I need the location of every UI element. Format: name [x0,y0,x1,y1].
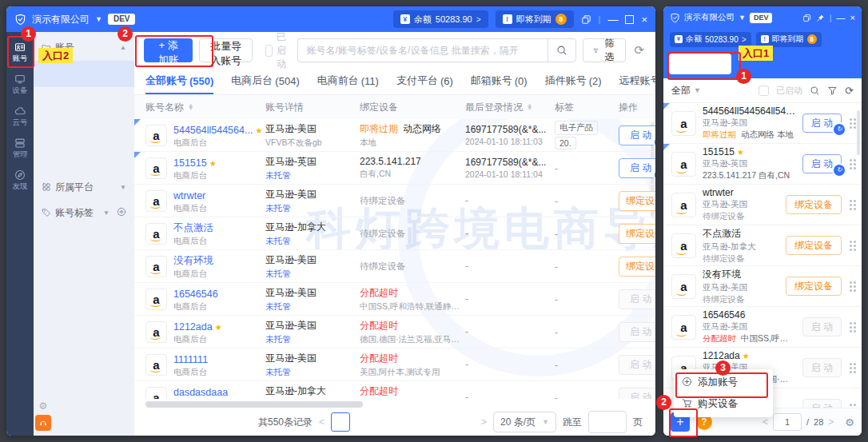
page-number[interactable] [353,412,371,430]
minimize-button[interactable]: — [837,14,846,22]
star-icon[interactable]: ★ [209,159,217,168]
more-actions-icon[interactable] [850,363,852,365]
pin-icon[interactable] [816,14,825,22]
list-item[interactable]: a 没有环境★ 亚马逊-美国 待绑定设备 绑定设备 [663,266,862,307]
account-name-link[interactable]: wtrwter [173,190,205,201]
row-action-button[interactable]: 绑定设备 [786,236,842,255]
account-name-link[interactable]: 没有环境 [173,255,213,266]
page-number[interactable] [395,412,412,430]
page-number[interactable] [374,412,392,430]
started-filter-checkbox[interactable] [759,86,769,96]
list-item[interactable]: a 544564ll544564ll54...★ 亚马逊-美国 即将过期动态网络… [663,103,862,144]
prev-page-button[interactable]: < [762,416,768,428]
account-name-link[interactable]: dasdasdaaa [173,387,228,398]
table-row[interactable]: a 不点激活★ 电商后台 亚马逊-加拿大 未托管 待绑定设备 - - 绑定设备 [134,217,655,250]
current-page-input[interactable]: 1 [773,413,802,431]
row-action-button[interactable]: 绑定设备 [786,195,842,214]
close-button[interactable]: × [641,14,647,25]
next-page-button[interactable]: > [828,416,834,428]
sidebar-item[interactable] [34,113,134,140]
account-type-tab[interactable]: 插件账号 (2) [545,69,602,94]
search-input[interactable] [297,38,547,62]
more-actions-icon[interactable] [850,118,852,121]
batch-import-button[interactable]: 批量导入账号 [199,38,253,62]
account-name-link[interactable]: 1212ada [173,321,213,332]
account-type-tab[interactable]: 电商前台 (11) [317,69,379,94]
page-size-select[interactable]: 20 条/页 ▼ [493,412,556,432]
company-name[interactable]: 演示有限公司 [684,12,735,23]
account-type-tab[interactable]: 远程账号 (1) [619,69,655,94]
row-action-button[interactable]: 启 动 [619,322,655,342]
chevron-down-icon[interactable]: ▼ [103,209,109,217]
row-action-button[interactable]: 启 动 [802,154,842,173]
table-row[interactable]: a 16546546★ 电商后台 亚马逊-美国 未托管 分配超时 中国SS,呼和… [134,283,655,316]
jump-page-input[interactable] [588,411,627,433]
rail-item-devices[interactable]: 设备 [8,69,32,99]
page-number[interactable] [331,412,350,432]
table-row[interactable]: a dasdasdaaa★ 电商后台 亚马逊-加拿大 未托管 分配超时 中国SS… [134,381,655,399]
row-action-button[interactable]: 启 动 [619,355,655,375]
search-icon[interactable] [810,86,820,96]
prev-page-button[interactable]: < [319,416,325,428]
rail-item-manage[interactable]: 管理 [8,133,32,163]
sort-icon[interactable]: ▲▼ [188,104,193,111]
rail-item-accounts[interactable]: 账号 [8,37,32,67]
right-tab[interactable] [737,50,799,78]
rail-item-cloud[interactable]: 云号 [8,101,32,131]
row-action-button[interactable]: 绑定设备 [619,191,655,211]
sidebar-item[interactable] [34,61,134,87]
next-page-button[interactable]: > [481,416,487,428]
customer-service-button[interactable] [35,415,51,431]
settings-gear-icon[interactable]: ⚙ [845,416,854,428]
checkbox-icon[interactable] [265,45,273,57]
filter-button[interactable]: 筛选 [583,38,626,62]
balance-pill[interactable]: ¥ 余额 50283.90 > [670,32,751,47]
list-item[interactable]: a 16546546★ 亚马逊-美国 分配超时中国SS,呼和浩特,联... 启 … [663,307,862,348]
add-tag-icon[interactable] [117,207,126,219]
menu-item-buy-device[interactable]: 购买设备 [674,393,773,415]
row-action-button[interactable]: 启 动 [802,113,842,133]
more-actions-icon[interactable] [850,200,852,202]
star-icon[interactable]: ★ [743,352,750,360]
account-type-tab[interactable]: 邮箱账号 (0) [471,69,528,94]
filter-all-dropdown[interactable]: 全部 ▼ [671,84,701,98]
expiring-pill[interactable]: ! 即将到期 8 [756,32,822,47]
settings-gear-icon[interactable]: ⚙ [39,401,48,411]
account-type-tab[interactable]: 电商后台 (504) [231,69,299,94]
row-action-button[interactable]: 绑定设备 [786,277,842,296]
page-number[interactable] [457,412,475,430]
sidebar-item[interactable] [34,140,134,166]
balance-pill[interactable]: ¥ 余额 50283.90 > [393,10,488,28]
sort-icon[interactable]: ▲▼ [527,104,532,111]
list-item[interactable]: a 151515★ 亚马逊-英国 223.5.141.217 自有,CN 启 动 [663,144,862,185]
table-row[interactable]: a wtrwter★ 电商后台 亚马逊-美国 未托管 待绑定设备 - - 绑定设… [134,185,655,217]
right-tab[interactable] [669,54,731,74]
window-switch-icon[interactable] [581,14,591,25]
account-name-link[interactable]: 1111111 [173,354,208,365]
menu-item-add-account[interactable]: 添加账号 [674,372,773,393]
sidebar-group-header[interactable]: 账号 ▲ [34,32,134,61]
add-account-button[interactable]: + 添加账号 [144,38,193,62]
account-name-link[interactable]: 16546546 [173,289,218,300]
account-type-tab[interactable]: 支付平台 (6) [396,69,453,94]
rail-item-discover[interactable]: 发现 [8,165,32,195]
more-actions-icon[interactable] [850,281,852,284]
scrollbar-thumb[interactable] [145,401,363,408]
row-action-button[interactable]: 绑定设备 [619,257,655,277]
company-name[interactable]: 演示有限公司 [32,13,90,26]
star-icon[interactable]: ★ [215,323,222,332]
more-actions-icon[interactable] [850,241,852,243]
page-number[interactable] [416,412,433,430]
collapse-arrow-icon[interactable]: ▲ [120,44,126,51]
table-row[interactable]: a 151515★ 电商后台 亚马逊-英国 未托管 223.5.141.217 … [134,152,655,185]
refresh-icon[interactable]: ⟳ [845,85,854,97]
list-item[interactable]: a 不点激活★ 亚马逊-加拿大 待绑定设备 绑定设备 [663,225,862,266]
close-button[interactable]: × [850,14,855,22]
row-action-button[interactable]: 启 动 [619,158,655,178]
row-action-button[interactable]: 启 动 [619,125,655,145]
search-button[interactable] [547,38,576,62]
minimize-button[interactable]: — [607,14,618,25]
table-row[interactable]: a 544564ll544564...★ 电商后台 亚马逊-美国 VFVB不改备… [134,119,655,152]
star-icon[interactable]: ★ [737,148,744,157]
refresh-icon[interactable]: ⟳ [634,43,644,58]
